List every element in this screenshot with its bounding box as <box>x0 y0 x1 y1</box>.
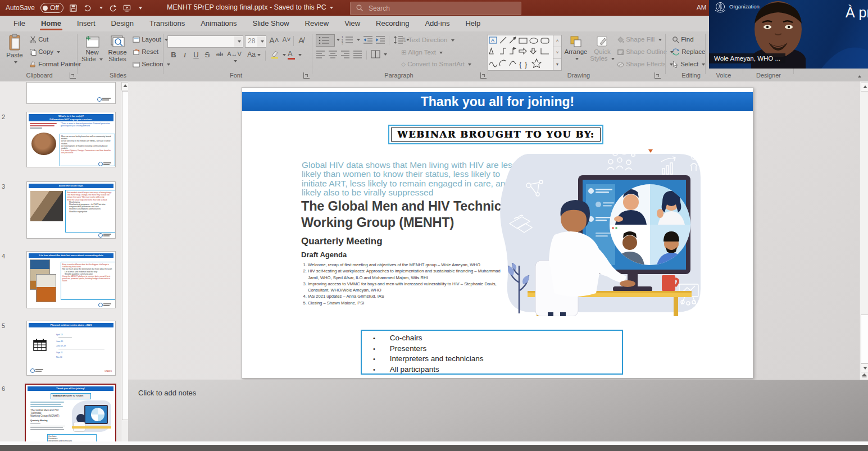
font-dialog-launcher[interactable] <box>303 72 310 79</box>
italic-button[interactable]: I <box>180 51 190 60</box>
paste-dropdown-icon[interactable] <box>14 61 17 63</box>
font-name-combo[interactable] <box>167 35 243 48</box>
webinar-box[interactable]: WEBINAR BROUGHT TO YOU BY: <box>388 125 603 144</box>
tab-recording[interactable]: Recording <box>368 16 417 31</box>
reuse-slides-button[interactable]: ReuseSlides <box>106 34 129 62</box>
scroll-up-button[interactable] <box>861 83 868 92</box>
decrease-indent-button[interactable] <box>363 35 373 44</box>
increase-indent-button[interactable] <box>375 35 385 44</box>
tab-home[interactable]: Home <box>33 16 69 31</box>
undo-dropdown-icon[interactable] <box>99 7 103 9</box>
agenda-list[interactable]: Welcome, recap of first meeting and obje… <box>301 262 506 306</box>
thumbnail-slide-6-selected[interactable]: Thank you all for joining! WEBINAR BROUG… <box>25 384 116 447</box>
font-color-dropdown-icon[interactable] <box>298 54 302 56</box>
justify-button[interactable] <box>353 50 362 58</box>
tab-view[interactable]: View <box>337 16 368 31</box>
thumbnail-slide-4[interactable]: It is less about the dots but more about… <box>26 251 116 308</box>
convert-smartart-button[interactable]: ⬦ Convert to SmartArt <box>401 61 471 68</box>
highlight-color-button[interactable] <box>270 50 280 59</box>
underline-button[interactable]: U <box>191 51 201 59</box>
customize-qat-icon[interactable] <box>139 7 142 10</box>
thumbnail-slide-5[interactable]: Planned webinar series dates - 2021 Apri… <box>26 321 116 376</box>
arrange-dropdown-icon[interactable] <box>575 58 579 60</box>
thumbnail-slide-1[interactable] <box>26 82 116 104</box>
video-call-overlay[interactable]: Organization À pr Wole Ameyan, WHO ... <box>709 0 868 69</box>
highlight-dropdown-icon[interactable] <box>283 54 286 56</box>
acknowledgement-box[interactable]: Co-chairs Presenters Interpreters and te… <box>361 330 623 375</box>
replace-button[interactable]: Replace <box>672 48 712 56</box>
font-size-combo[interactable]: 28 <box>245 35 266 48</box>
shape-effects-button[interactable]: Shape Effects <box>617 61 673 68</box>
character-spacing-dropdown-icon[interactable] <box>234 60 237 62</box>
clear-formatting-button[interactable]: A̸ <box>296 36 306 45</box>
align-text-dropdown-icon[interactable] <box>439 52 443 54</box>
tab-design[interactable]: Design <box>103 16 142 31</box>
font-size-dropdown-icon[interactable] <box>261 40 264 43</box>
increase-font-button[interactable]: A˄ <box>269 36 279 45</box>
paste-button[interactable]: Paste <box>3 34 26 65</box>
search-input[interactable] <box>367 3 516 14</box>
cut-button[interactable]: Cut <box>29 36 48 43</box>
slide-title[interactable]: Thank you all for joining! <box>242 92 753 111</box>
notes-pane[interactable]: Click to add notes <box>128 380 868 442</box>
redo-button[interactable] <box>108 4 117 12</box>
slide-subheading[interactable]: Quarterly Meeting <box>301 236 383 247</box>
align-center-button[interactable] <box>328 50 338 58</box>
strikethrough-button[interactable]: S <box>202 51 212 59</box>
thumbnail-panel-scrollbar[interactable] <box>121 81 129 441</box>
tab-slideshow[interactable]: Slide Show <box>244 16 297 31</box>
font-name-dropdown-icon[interactable] <box>238 40 241 43</box>
select-button[interactable]: Select <box>672 61 705 68</box>
tab-transitions[interactable]: Transitions <box>142 16 193 31</box>
arrange-button[interactable]: Arrange <box>563 35 589 62</box>
section-button[interactable]: Section <box>133 61 170 68</box>
thumbnail-slide-2[interactable]: What's in it for me(n)?Differentiate NOT… <box>26 112 116 167</box>
scroll-down-button[interactable] <box>861 363 868 372</box>
undo-button[interactable] <box>83 4 92 12</box>
shapes-more-icon[interactable]: ▾ <box>553 59 561 69</box>
change-case-dropdown-icon[interactable] <box>257 54 261 56</box>
tab-addins[interactable]: Add-ins <box>417 16 457 31</box>
quick-styles-button[interactable]: QuickStyles <box>590 35 615 62</box>
title-dropdown-icon[interactable] <box>330 7 333 9</box>
font-color-button[interactable]: A <box>288 49 295 60</box>
format-painter-button[interactable]: Format Painter <box>29 61 81 68</box>
search-bar[interactable] <box>350 2 521 15</box>
vertical-scrollbar[interactable] <box>860 81 868 380</box>
smartart-dropdown-icon[interactable] <box>468 63 471 66</box>
collapse-ribbon-button[interactable] <box>856 72 861 79</box>
shapes-gallery[interactable]: A { } <box>488 35 554 71</box>
reset-button[interactable]: Reset <box>133 48 158 56</box>
copy-button[interactable]: Copy <box>29 48 60 56</box>
change-case-button[interactable]: Aa <box>247 51 261 58</box>
shapes-scroll-up-icon[interactable]: ˄ <box>553 35 561 47</box>
thumbnail-slide-3[interactable]: Avoid the usual traps New models should … <box>26 181 116 239</box>
start-slideshow-button[interactable] <box>122 4 131 12</box>
document-title[interactable]: MENHT 5PrEP closing final.pptx - Saved t… <box>167 3 333 11</box>
slide-heading[interactable]: The Global Men and HIV Technical Working… <box>301 198 512 231</box>
paragraph-dialog-launcher[interactable] <box>480 72 487 79</box>
agenda-label[interactable]: Draft Agenda <box>301 250 347 259</box>
notes-placeholder[interactable]: Click to add notes <box>138 389 196 397</box>
find-button[interactable]: Find <box>672 36 694 43</box>
quick-styles-dropdown-icon[interactable] <box>611 58 615 60</box>
shape-fill-button[interactable]: Shape Fill <box>617 36 662 43</box>
tab-animations[interactable]: Animations <box>193 16 244 31</box>
bullets-dropdown-icon[interactable] <box>337 39 340 41</box>
shapes-scroll-buttons[interactable]: ˄˅▾ <box>553 35 562 71</box>
columns-dropdown-icon[interactable] <box>384 53 387 56</box>
columns-button[interactable] <box>371 50 380 58</box>
save-icon[interactable] <box>69 4 78 12</box>
copy-dropdown-icon[interactable] <box>57 51 60 53</box>
decrease-font-button[interactable]: A˅ <box>281 36 292 44</box>
character-spacing-button[interactable]: A↔V <box>227 51 242 64</box>
shapes-scroll-down-icon[interactable]: ˅ <box>553 47 561 59</box>
tab-file[interactable]: File <box>6 16 33 31</box>
autosave-toggle[interactable]: Off <box>40 3 63 13</box>
tab-review[interactable]: Review <box>297 16 337 31</box>
new-slide-button[interactable]: NewSlide <box>80 34 104 62</box>
section-dropdown-icon[interactable] <box>167 63 170 66</box>
align-left-button[interactable] <box>316 50 325 58</box>
scrollbar-thumb[interactable] <box>861 315 868 363</box>
numbering-button[interactable]: 123 <box>342 35 354 44</box>
